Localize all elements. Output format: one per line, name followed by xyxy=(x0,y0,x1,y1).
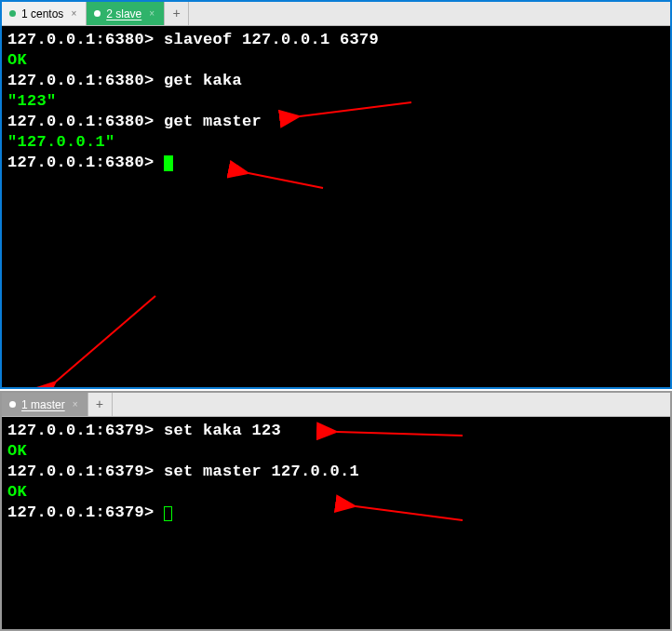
tab-slave[interactable]: 2 slave × xyxy=(87,2,165,25)
terminal-output: OK xyxy=(7,442,27,460)
bottom-pane: 1 master × + 127.0.0.1:6379> set kaka 12… xyxy=(0,391,672,631)
terminal-line: OK xyxy=(7,482,665,503)
top-pane: 1 centos × 2 slave × + 127.0.0.1:6380> s… xyxy=(0,0,672,389)
cursor-icon xyxy=(164,506,172,521)
new-tab-button[interactable]: + xyxy=(165,2,189,25)
terminal-line: 127.0.0.1:6380> xyxy=(7,153,665,173)
terminal-output: "127.0.0.1" xyxy=(7,133,115,151)
terminal-prompt: 127.0.0.1:6379> xyxy=(7,422,155,439)
terminal-command: get kaka xyxy=(164,72,242,89)
tab-master[interactable]: 1 master × xyxy=(2,393,88,416)
terminal-line: OK xyxy=(7,441,665,462)
status-dot-icon xyxy=(9,401,16,408)
status-dot-icon xyxy=(9,10,16,17)
terminal-prompt: 127.0.0.1:6379> xyxy=(7,463,155,480)
terminal-line: 127.0.0.1:6380> slaveof 127.0.0.1 6379 xyxy=(7,30,665,50)
terminal-command: set kaka 123 xyxy=(164,422,281,439)
close-icon[interactable]: × xyxy=(69,8,78,19)
tab-centos[interactable]: 1 centos × xyxy=(2,2,87,25)
terminal-line: 127.0.0.1:6380> get master xyxy=(7,112,665,132)
terminal-command: set master 127.0.0.1 xyxy=(164,463,359,480)
terminal-command: slaveof 127.0.0.1 6379 xyxy=(164,31,379,48)
status-dot-icon xyxy=(94,10,101,17)
tab-label: 1 master xyxy=(21,398,65,411)
terminal-line: "123" xyxy=(7,91,665,112)
top-tabbar: 1 centos × 2 slave × + xyxy=(2,2,670,26)
terminal-line: 127.0.0.1:6379> set master 127.0.0.1 xyxy=(7,462,665,482)
tab-label: 1 centos xyxy=(21,7,63,20)
close-icon[interactable]: × xyxy=(71,399,80,409)
bottom-terminal[interactable]: 127.0.0.1:6379> set kaka 123 OK 127.0.0.… xyxy=(2,417,670,629)
terminal-prompt: 127.0.0.1:6380> xyxy=(7,31,155,48)
terminal-output: OK xyxy=(7,51,27,69)
terminal-line: 127.0.0.1:6380> get kaka xyxy=(7,71,665,91)
terminal-prompt: 127.0.0.1:6380> xyxy=(7,154,155,171)
cursor-icon xyxy=(164,155,173,171)
terminal-prompt: 127.0.0.1:6380> xyxy=(7,72,155,89)
tab-label: 2 slave xyxy=(106,7,141,20)
terminal-line: 127.0.0.1:6379> set kaka 123 xyxy=(7,421,665,441)
top-terminal[interactable]: 127.0.0.1:6380> slaveof 127.0.0.1 6379 O… xyxy=(2,26,670,387)
terminal-prompt: 127.0.0.1:6379> xyxy=(7,503,155,521)
plus-icon: + xyxy=(96,397,103,412)
terminal-output: OK xyxy=(7,483,27,501)
terminal-command: get master xyxy=(164,113,262,130)
terminal-line: OK xyxy=(7,50,665,71)
plus-icon: + xyxy=(172,7,180,21)
new-tab-button[interactable]: + xyxy=(88,393,113,416)
terminal-line: 127.0.0.1:6379> xyxy=(7,503,665,523)
terminal-line: "127.0.0.1" xyxy=(7,132,665,153)
close-icon[interactable]: × xyxy=(147,8,156,19)
terminal-output: "123" xyxy=(7,92,57,110)
terminal-prompt: 127.0.0.1:6380> xyxy=(7,113,155,130)
bottom-tabbar: 1 master × + xyxy=(2,393,670,417)
